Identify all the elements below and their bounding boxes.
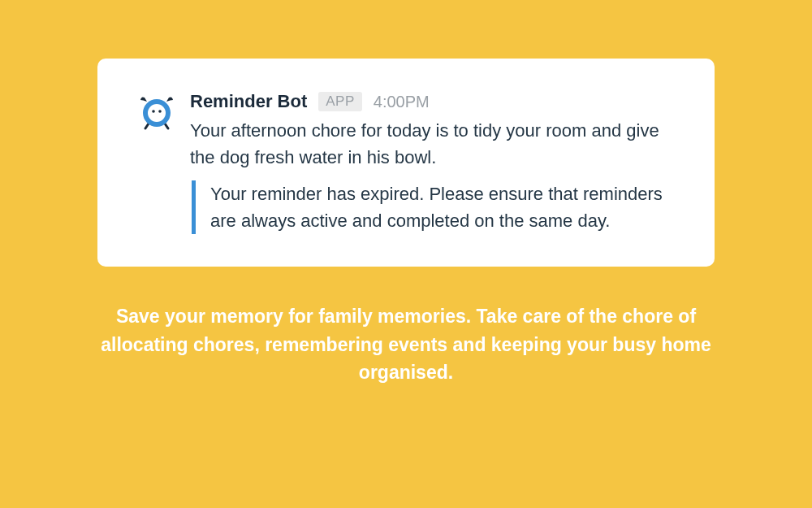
message-body: Your afternoon chore for today is to tid… <box>190 117 674 171</box>
svg-point-5 <box>158 110 162 113</box>
timestamp: 4:00PM <box>374 93 430 111</box>
alarm-clock-icon <box>138 93 175 130</box>
svg-point-4 <box>152 110 155 113</box>
svg-line-1 <box>165 124 168 128</box>
bot-avatar <box>138 91 179 133</box>
tagline: Save your memory for family memories. Ta… <box>89 302 723 387</box>
svg-line-0 <box>145 124 149 128</box>
app-badge: APP <box>318 92 362 111</box>
quote-block: Your reminder has expired. Please ensure… <box>192 180 674 234</box>
message-content: Reminder Bot APP 4:00PM Your afternoon c… <box>179 91 674 234</box>
svg-point-3 <box>148 104 166 122</box>
message-header: Reminder Bot APP 4:00PM <box>190 91 674 112</box>
message-card: Reminder Bot APP 4:00PM Your afternoon c… <box>97 59 715 267</box>
bot-name: Reminder Bot <box>190 91 307 112</box>
